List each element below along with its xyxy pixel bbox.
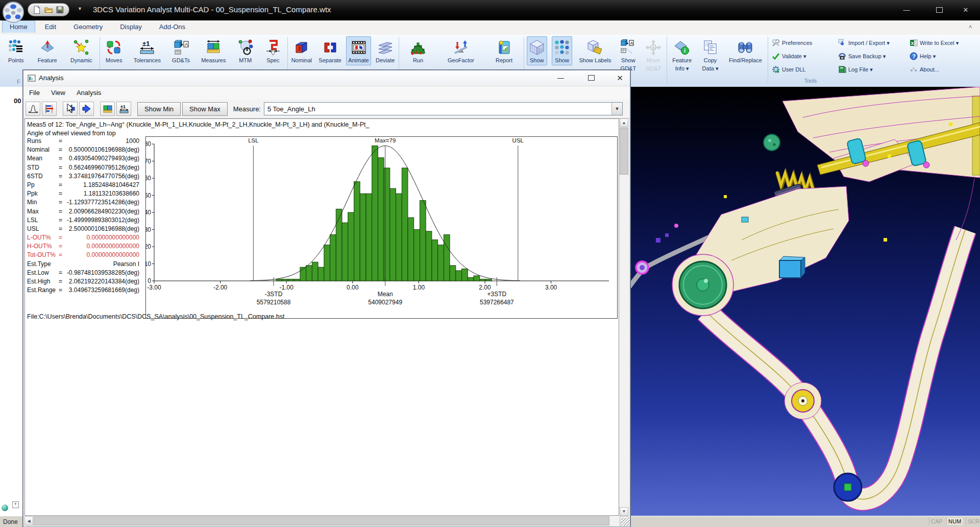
preferences-button[interactable]: Preferences [772, 38, 812, 48]
gdts-button[interactable]: AGD&Ts [170, 36, 192, 65]
show-points-icon [554, 39, 570, 56]
menu-view[interactable]: View [45, 86, 71, 99]
stat-row-est-range: Est.Range=3.049673259681669(deg) [27, 286, 144, 295]
tab-add-ons[interactable]: Add-Ons [152, 20, 193, 33]
ribbon-button-label: Show [530, 57, 544, 64]
resize-grip[interactable] [621, 518, 629, 526]
dialog-close-button[interactable]: ✕ [608, 70, 631, 85]
ribbon-button-label: Dynamic [70, 57, 92, 64]
stat-row-nominal: Nominal=0.500000106196988(deg) [27, 146, 144, 155]
feature-info-button[interactable]: iFeatureInfo ▾ [670, 36, 694, 74]
log-file-icon [838, 65, 846, 74]
histogram-icon[interactable] [26, 102, 40, 116]
show-max-button[interactable]: Show Max [182, 102, 228, 116]
maximize-button[interactable] [927, 3, 951, 17]
save-backup-icon [838, 52, 846, 60]
tolerance-small-icon[interactable]: ±1 [116, 102, 131, 116]
dialog-minimize-button[interactable]: — [549, 70, 572, 85]
next-measure-icon[interactable] [79, 102, 94, 116]
close-button[interactable]: ✕ [953, 3, 978, 17]
svg-text:70: 70 [145, 158, 151, 165]
nominal-button[interactable]: Nominal [289, 36, 314, 65]
analysis-dialog-icon [28, 74, 36, 82]
save-backup-button[interactable]: Save Backup ▾ [838, 51, 886, 61]
tab-geometry[interactable]: Geometry [66, 20, 110, 33]
log-file-button[interactable]: Log File ▾ [838, 64, 873, 75]
measure-select-value: 5 Toe_Angle_Lh [264, 105, 315, 113]
stat-row-runs: Runs=1000 [27, 137, 144, 146]
menu-analysis[interactable]: Analysis [71, 86, 107, 99]
status-key-cap: CAP [929, 518, 944, 525]
small-button-label: Import / Export ▾ [848, 40, 890, 46]
stat-row-est-high: Est.High=2.062192220143384(deg) [27, 278, 144, 286]
scroll-left-icon[interactable]: ◀ [24, 516, 33, 525]
about-button[interactable]: About... [910, 64, 939, 75]
find-replace-button[interactable]: Find/Replace [727, 36, 764, 65]
deviate-button[interactable]: Deviate [374, 36, 397, 65]
vertical-scroll-thumb[interactable] [620, 128, 628, 175]
app-logo-icon[interactable] [2, 1, 24, 23]
write-excel-button[interactable]: XWrite to Excel ▾ [910, 38, 959, 48]
gdts-icon: A [173, 39, 189, 56]
measures-small-icon[interactable] [100, 102, 115, 116]
analysis-dialog-titlebar[interactable]: Analysis — ✕ [23, 70, 630, 86]
run-button[interactable]: Run [408, 36, 428, 65]
show-cube-button[interactable]: Show [527, 36, 547, 65]
show-points-button[interactable]: Show [552, 36, 572, 65]
animate-button[interactable]: Animate [346, 36, 371, 65]
ribbon-group-5: iFeatureInfo ▾CopyData ▾Find/Replace [667, 36, 767, 84]
bar-report-icon[interactable] [42, 102, 57, 116]
collapse-ribbon-icon[interactable]: ˄ [969, 23, 972, 30]
scroll-down-icon[interactable]: ▼ [620, 507, 628, 516]
tolerances-button[interactable]: ±1Tolerances [132, 36, 163, 65]
horizontal-scrollbar[interactable]: ◀ ▶ [24, 516, 628, 525]
show-min-button[interactable]: Show Min [137, 102, 181, 116]
mtm-button[interactable]: MTM [235, 36, 256, 65]
customize-quick-access-icon[interactable]: ▼ [78, 6, 82, 11]
scroll-up-icon[interactable]: ▲ [620, 118, 628, 127]
analysis-dialog[interactable]: Analysis — ✕ FileViewAnalysis ±1 Show Mi… [23, 70, 630, 527]
copy-data-button[interactable]: CopyData ▾ [700, 36, 721, 74]
new-document-icon[interactable] [33, 6, 41, 14]
ribbon-group-caption-tools: Tools [790, 78, 831, 84]
tab-display[interactable]: Display [112, 20, 150, 33]
analysis-menu-bar: FileViewAnalysis [23, 86, 630, 100]
open-file-icon[interactable] [44, 6, 53, 14]
svg-text:0: 0 [148, 277, 151, 284]
points-button[interactable]: Points [6, 36, 26, 65]
save-file-icon[interactable] [56, 6, 64, 14]
dynamic-button[interactable]: Dynamic [68, 36, 94, 65]
svg-text:±1: ±1 [120, 104, 126, 109]
ribbon-button-label: Tolerances [134, 57, 161, 64]
help-button[interactable]: ?Help ▾ [910, 51, 936, 61]
tab-edit[interactable]: Edit [37, 20, 64, 33]
validate-button[interactable]: Validate ▾ [772, 51, 806, 61]
moves-button[interactable]: Moves [104, 36, 124, 65]
separate-button[interactable]: Separate [316, 36, 344, 65]
cad-viewport[interactable] [629, 87, 980, 516]
svg-text:±1: ±1 [142, 40, 150, 47]
vertical-scrollbar[interactable]: ▲ ▼ [620, 118, 628, 516]
show-gdt-button[interactable]: AShowGD&T [618, 36, 639, 74]
tree-item-label[interactable]: 00 [14, 97, 21, 105]
hst-file-path: File:C:\Users\Brenda\Documents\DCS\DCS_S… [27, 313, 284, 320]
small-button-label: Save Backup ▾ [848, 53, 886, 60]
geofactor-button[interactable]: GeoFactor [446, 36, 476, 65]
dialog-maximize-button[interactable] [580, 70, 603, 85]
import-export-button[interactable]: Import / Export ▾ [838, 38, 890, 48]
measures-button[interactable]: Measures [199, 36, 228, 65]
chevron-down-icon[interactable]: ▼ [611, 103, 622, 115]
menu-file[interactable]: File [23, 86, 45, 99]
user-dll-button[interactable]: User DLL [772, 64, 805, 75]
measure-select[interactable]: 5 Toe_Angle_Lh ▼ [264, 102, 623, 115]
stat-row-max: Max=2.009066284902230(deg) [27, 208, 144, 217]
svg-text:-3.00: -3.00 [147, 284, 161, 291]
report-button[interactable]: Report [494, 36, 514, 65]
tree-expand-icon[interactable]: + [12, 501, 19, 508]
spec-button[interactable]: Spec [263, 36, 283, 65]
show-labels-button[interactable]: Show Labels [577, 36, 613, 65]
horizontal-scroll-thumb[interactable] [34, 516, 609, 525]
ribbon-button-label: Copy [704, 57, 717, 64]
minimize-button[interactable]: — [894, 3, 919, 17]
feature-button[interactable]: Feature [36, 36, 59, 65]
